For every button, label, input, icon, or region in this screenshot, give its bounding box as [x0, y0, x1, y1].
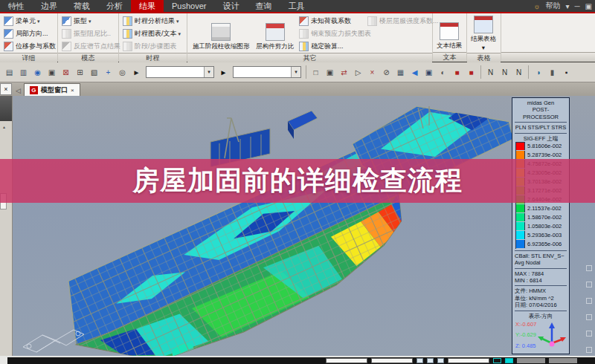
legend-file: 文件: HMMX: [515, 287, 567, 294]
menu-item-boundary[interactable]: 边界: [33, 0, 65, 12]
legend-entry: 6.92365e-006: [516, 240, 567, 249]
status-field[interactable]: [371, 358, 413, 363]
chevron-down-icon[interactable]: ▾: [565, 2, 569, 10]
named-view-combobox[interactable]: ▾: [146, 66, 214, 78]
stability-check-button[interactable]: 稳定验算...: [298, 40, 366, 53]
select-pointer-icon[interactable]: ►: [130, 66, 143, 79]
scroll-marker[interactable]: [586, 298, 592, 304]
model-viewport[interactable]: [13, 96, 595, 356]
result-tables-button[interactable]: 结果表格 ▾: [469, 15, 498, 53]
status-field[interactable]: [326, 358, 367, 363]
midas-gen-window: { "window": { "help_label": "帮助", "menu_…: [0, 0, 595, 364]
local-direction-button[interactable]: 局部方向...: [2, 27, 57, 40]
legend-max: MAX : 7884: [515, 270, 567, 277]
status-mini-button[interactable]: [437, 358, 444, 363]
refresh-lock-icon[interactable]: ◑: [532, 66, 544, 79]
copy-view-icon[interactable]: ▥: [17, 66, 30, 79]
shrink-view-icon[interactable]: ◐: [437, 66, 449, 79]
th-result-button[interactable]: 时程分析结果▾: [121, 15, 182, 27]
legend-value: 5.29363e-003: [527, 232, 562, 238]
minimize-button[interactable]: ─: [574, 2, 579, 10]
select-window-icon[interactable]: ▧: [88, 66, 100, 79]
hidden-surface-icon[interactable]: ▣: [422, 66, 435, 79]
combo-dropdown-icon[interactable]: ▾: [204, 67, 213, 77]
story-yield-factor-button[interactable]: 楼层屈服强度系数...: [366, 15, 430, 27]
scroll-marker[interactable]: [586, 314, 592, 320]
menu-bar: 特性 边界 荷载 分析 结果 Pushover 设计 查询 工具 ☼ 帮助 ▾ …: [0, 0, 595, 13]
dynamic-view-icon[interactable]: ◉: [31, 66, 44, 79]
unit-toggle-button-active[interactable]: [505, 358, 513, 363]
display-option-icon[interactable]: ■: [465, 66, 477, 79]
close-window-icon[interactable]: ×: [366, 66, 379, 79]
menu-item-results-active[interactable]: 结果: [131, 0, 164, 12]
text-results-button[interactable]: 文本结果: [435, 15, 463, 52]
story-shear-ratio-button[interactable]: 层构件剪力比: [252, 15, 298, 53]
triad-icon: [537, 321, 567, 352]
lock-model-icon[interactable]: ▮: [546, 66, 559, 79]
status-field[interactable]: [448, 358, 489, 363]
th-graph-text-button[interactable]: 时程图表/文本▾: [121, 27, 182, 40]
tendon-loss-icon: [299, 29, 309, 39]
scroll-marker[interactable]: [586, 331, 592, 337]
new-model-window-icon[interactable]: □: [309, 66, 322, 79]
rotate-view-icon[interactable]: ◎: [116, 66, 129, 79]
element-number-icon[interactable]: N: [498, 66, 511, 79]
collapsed-tree-panel[interactable]: ▴: [0, 96, 13, 356]
active-function-combobox[interactable]: ▾: [233, 66, 301, 78]
displacement-factor-button[interactable]: 位移参与系数: [2, 40, 57, 53]
restore-window-button[interactable]: ▣: [585, 2, 592, 10]
scroll-marker[interactable]: [586, 282, 592, 287]
menu-item-design[interactable]: 设计: [214, 0, 247, 12]
help-button[interactable]: 帮助: [545, 1, 560, 11]
import-result-icon[interactable]: ⊠: [60, 66, 72, 79]
column-shortening-button[interactable]: 施工阶段柱收缩图形: [190, 15, 252, 53]
node-number-icon[interactable]: N: [484, 66, 497, 79]
stage-step-graph-button[interactable]: 阶段/步骤图表: [121, 40, 182, 53]
menu-item-load[interactable]: 荷载: [65, 0, 98, 12]
render-view-icon[interactable]: ◀: [408, 66, 421, 79]
legend-color-chip: [516, 213, 525, 221]
menu-item-tools[interactable]: 工具: [280, 0, 312, 12]
switch-windows-icon[interactable]: ⇄: [338, 66, 350, 79]
menu-item-pushover[interactable]: Pushover: [164, 0, 214, 12]
scroll-marker[interactable]: [586, 265, 592, 271]
tendon-loss-graph-button[interactable]: 钢束预应力损失图表: [298, 27, 366, 40]
select-add-icon[interactable]: ⊞: [74, 66, 86, 79]
menu-item-properties[interactable]: 特性: [0, 0, 33, 12]
menu-item-query[interactable]: 查询: [247, 0, 280, 12]
model-pages-icon[interactable]: ▤: [3, 66, 16, 79]
combo-dropdown-icon[interactable]: ▾: [291, 67, 300, 77]
legend-date: 日期: 07/04/2016: [515, 302, 567, 308]
modal-damping-button[interactable]: 振型阻尼比..: [60, 27, 122, 40]
close-side-panel-button[interactable]: ×: [0, 83, 12, 95]
status-mini-button[interactable]: [416, 358, 423, 363]
select-identity-pointer-icon[interactable]: ►: [217, 66, 230, 79]
unit-toggle-button[interactable]: [493, 358, 501, 363]
play-animation-icon[interactable]: ▷: [352, 66, 364, 79]
toolbar-icons-left: ▤▥◉▣⊠⊞▧+◎►: [2, 66, 144, 79]
beam-element-button[interactable]: 梁单元▾: [2, 15, 57, 27]
new-graph-window-icon[interactable]: ▣: [324, 66, 336, 79]
legend-entry: 5.28739e-002: [516, 151, 567, 160]
unknown-load-factor-button[interactable]: 未知荷载系数: [298, 15, 366, 27]
dark-box-icon[interactable]: ▪: [560, 66, 573, 79]
menu-item-analysis[interactable]: 分析: [98, 0, 131, 12]
tab-model-window[interactable]: G 模型窗口 ×: [24, 83, 80, 96]
legend-color-chip: [516, 151, 525, 159]
scroll-marker[interactable]: [586, 347, 592, 353]
node-snap-toggle-icon[interactable]: N: [512, 66, 525, 79]
result-tables-icon: [474, 16, 493, 33]
bounding-box-icon[interactable]: ▦: [394, 66, 407, 79]
display-monitor-icon[interactable]: ■: [451, 66, 463, 79]
panel-expand-arrow-icon[interactable]: ▴: [3, 124, 5, 129]
snap-node-icon[interactable]: +: [102, 66, 115, 79]
tab-close-icon[interactable]: ×: [71, 87, 74, 94]
mode-shape-button[interactable]: 振型▾: [60, 15, 122, 27]
legend-value: 3.17271e-002: [527, 187, 562, 194]
status-mini-button[interactable]: [427, 358, 434, 363]
panel-grip[interactable]: [0, 193, 7, 209]
tab-scroll-left-button[interactable]: ◁: [16, 87, 21, 94]
no-display-icon[interactable]: ⊘: [380, 66, 393, 79]
frame-window-icon[interactable]: ▣: [45, 66, 58, 79]
response-spectrum-node-button[interactable]: 反应谱节点结果: [60, 40, 122, 53]
